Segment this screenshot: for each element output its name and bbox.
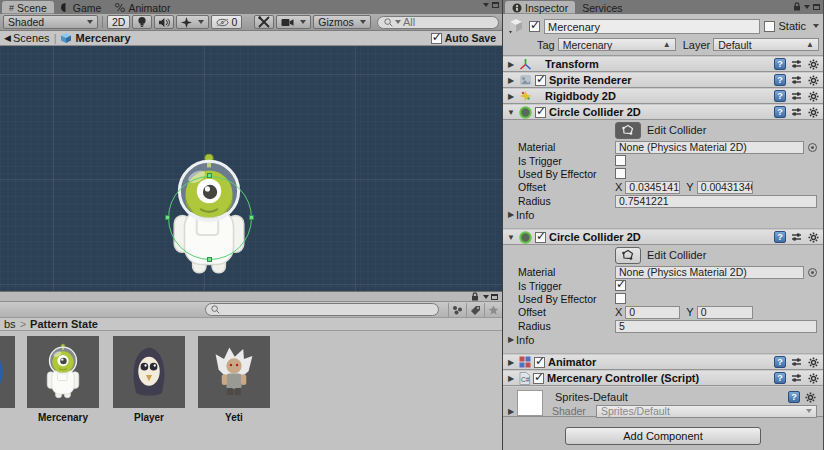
foldout-icon[interactable]: ▶ [506, 76, 516, 85]
preset-icon[interactable] [790, 74, 803, 86]
inspector-pane-controls[interactable] [793, 2, 820, 11]
gameobject-icon[interactable] [507, 18, 525, 34]
component-header-circle-collider-1[interactable]: ▼ Circle Collider 2D ? [503, 104, 823, 120]
foldout-icon[interactable]: ▶ [506, 60, 516, 69]
camera-dropdown-button[interactable] [276, 15, 311, 29]
save-search-star-button[interactable] [484, 303, 502, 317]
breadcrumb-current[interactable]: Mercenary [60, 32, 130, 44]
lock-icon[interactable] [471, 292, 479, 301]
info-foldout[interactable]: ▶ Info [503, 333, 823, 346]
pane-dropdown-icon[interactable] [483, 3, 489, 7]
static-checkbox[interactable] [764, 21, 775, 32]
offset-x-field[interactable]: 0 [625, 306, 680, 319]
layer-dropdown[interactable]: Default ▲ [713, 38, 819, 51]
static-toggle[interactable]: Static [764, 20, 819, 32]
gear-icon[interactable] [807, 231, 820, 243]
2d-toggle-button[interactable]: 2D [107, 15, 130, 29]
offset-y-field[interactable]: 0.00431346 [697, 181, 753, 194]
asset-label[interactable]: Mercenary [27, 412, 99, 423]
add-component-button[interactable]: Add Component [565, 427, 761, 445]
component-header-mercenary-controller[interactable]: ▶ C# Mercenary Controller (Script) ? [503, 370, 823, 386]
edit-collider-button[interactable] [615, 122, 641, 139]
foldout-icon[interactable]: ▼ [506, 233, 516, 242]
gear-icon[interactable] [804, 391, 817, 403]
gameobject-enabled-checkbox[interactable] [529, 21, 540, 32]
circle-collider-gizmo[interactable] [168, 176, 252, 260]
search-filter-chevron-icon[interactable] [395, 20, 401, 24]
component-header-circle-collider-2[interactable]: ▼ Circle Collider 2D ? [503, 229, 823, 245]
gameobject-name-field[interactable]: Mercenary [544, 19, 760, 34]
pane-menu-icon[interactable] [492, 2, 499, 8]
component-enabled-checkbox[interactable] [535, 232, 546, 243]
tab-animator[interactable]: Animator [108, 1, 177, 14]
gear-icon[interactable] [807, 58, 820, 70]
collider-handle-top[interactable] [207, 173, 212, 178]
breadcrumb-scenes[interactable]: ◀ Scenes [4, 32, 50, 44]
collider-handle-bottom[interactable] [207, 257, 212, 262]
lighting-toggle-button[interactable] [132, 15, 152, 29]
preset-icon[interactable] [790, 231, 803, 243]
effects-dropdown-button[interactable] [176, 15, 209, 29]
help-icon[interactable]: ? [774, 74, 786, 86]
component-header-sprite-renderer[interactable]: ▶ Sprite Renderer ? [503, 72, 823, 88]
material-object-field[interactable]: None (Physics Material 2D) [615, 141, 804, 154]
help-icon[interactable]: ? [774, 106, 786, 118]
foldout-icon[interactable]: ▼ [506, 108, 516, 117]
pane-dropdown-icon[interactable] [804, 5, 810, 9]
component-enabled-checkbox[interactable] [534, 357, 545, 368]
gear-icon[interactable] [807, 372, 820, 384]
radius-field[interactable]: 0.7541221 [615, 195, 817, 208]
foldout-icon[interactable]: ▶ [506, 92, 516, 101]
tab-services[interactable]: Services [575, 1, 629, 14]
object-picker-icon[interactable] [808, 268, 817, 277]
asset-thumbnail-player[interactable] [113, 336, 185, 408]
radius-field[interactable]: 5 [615, 320, 817, 333]
help-icon[interactable]: ? [774, 231, 786, 243]
edit-collider-button[interactable] [615, 247, 641, 264]
tab-inspector[interactable]: Inspector [505, 1, 575, 14]
collider-handle-right[interactable] [249, 215, 254, 220]
component-tools-button[interactable] [254, 15, 274, 29]
foldout-icon[interactable]: ▶ [506, 407, 516, 416]
foldout-icon[interactable]: ▶ [506, 374, 516, 383]
search-by-type-button[interactable] [448, 303, 466, 317]
component-enabled-checkbox[interactable] [533, 373, 544, 384]
foldout-icon[interactable]: ▶ [506, 358, 516, 367]
tab-scene[interactable]: # Scene [2, 1, 54, 14]
asset-thumbnail-yeti[interactable] [198, 336, 270, 408]
preset-icon[interactable] [790, 372, 803, 384]
material-object-field[interactable]: None (Physics Material 2D) [615, 266, 804, 279]
tag-dropdown[interactable]: Mercenary ▲ [558, 38, 676, 51]
project-pane-menu[interactable] [483, 294, 498, 300]
scene-pane-controls[interactable] [483, 2, 499, 8]
scene-visibility-button[interactable]: 0 [211, 15, 242, 29]
auto-save-toggle[interactable]: Auto Save [431, 32, 498, 44]
help-icon[interactable]: ? [774, 372, 786, 384]
collider-handle-left[interactable] [165, 215, 170, 220]
project-search-input[interactable] [205, 303, 439, 316]
lock-icon[interactable] [793, 2, 801, 11]
pane-menu-icon[interactable] [813, 4, 820, 10]
material-swatch[interactable] [517, 390, 543, 416]
static-dropdown-icon[interactable] [813, 24, 819, 28]
auto-save-checkbox[interactable] [431, 33, 442, 44]
used-by-effector-checkbox[interactable] [615, 168, 626, 179]
breadcrumb-prefix[interactable]: bs [4, 318, 16, 330]
offset-y-field[interactable]: 0 [697, 306, 753, 319]
component-header-transform[interactable]: ▶ Transform ? [503, 56, 823, 72]
asset-label[interactable]: Player [113, 412, 185, 423]
asset-label[interactable]: Yeti [198, 412, 270, 423]
gizmos-dropdown-button[interactable]: Gizmos [313, 15, 371, 29]
help-icon[interactable]: ? [774, 90, 786, 102]
asset-thumbnail-partial[interactable] [0, 336, 15, 408]
shader-dropdown[interactable]: Sprites/Default [596, 405, 817, 418]
preset-icon[interactable] [790, 58, 803, 70]
audio-toggle-button[interactable] [154, 15, 174, 29]
gear-icon[interactable] [807, 74, 820, 86]
preset-icon[interactable] [790, 106, 803, 118]
asset-thumbnail-mercenary[interactable] [27, 336, 99, 408]
scene-search-input[interactable]: All [377, 16, 499, 29]
scene-viewport[interactable] [0, 46, 502, 291]
component-enabled-checkbox[interactable] [535, 75, 546, 86]
gear-icon[interactable] [807, 356, 820, 368]
